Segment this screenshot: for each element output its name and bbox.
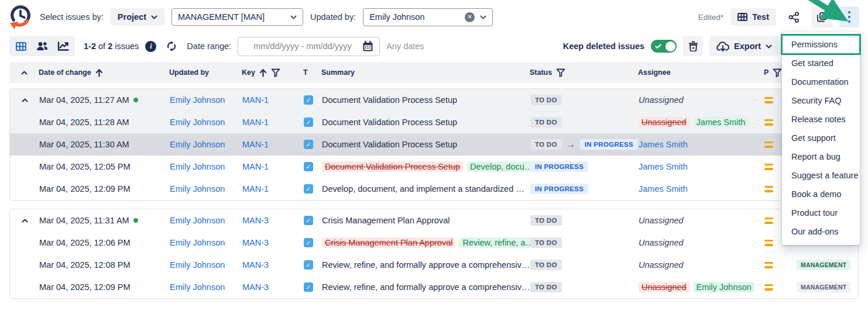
history-row[interactable]: Mar 04, 2025, 11:28 AMEmily JohnsonMAN-1…	[10, 111, 858, 133]
filter-funnel-icon[interactable]	[773, 68, 782, 77]
updated-by-link[interactable]: Emily Johnson	[170, 162, 225, 171]
updated-by-cell: Emily Johnson	[170, 260, 242, 270]
menu-item-security-faq[interactable]: Security FAQ	[782, 91, 860, 110]
date-text: Mar 04, 2025, 12:06 PM	[39, 238, 131, 247]
assignee-old-value: Unassigned	[639, 117, 689, 127]
updated-by-link[interactable]: Emily Johnson	[170, 282, 225, 292]
menu-item-report-a-bug[interactable]: Report a bug	[782, 147, 860, 166]
updated-by-link[interactable]: Emily Johnson	[170, 238, 225, 247]
filter-funnel-icon[interactable]	[556, 68, 565, 77]
updated-by-link[interactable]: Emily Johnson	[170, 118, 225, 127]
assignee-cell: James Smith	[639, 162, 764, 171]
more-actions-kebab-button[interactable]	[839, 6, 859, 27]
history-row[interactable]: Mar 04, 2025, 11:31 AMEmily JohnsonMAN-3…	[10, 209, 858, 232]
project-select[interactable]: MANAGEMENT [MAN]	[171, 8, 303, 26]
column-header-assignee[interactable]: Assignee	[638, 68, 764, 77]
history-row[interactable]: Mar 04, 2025, 12:08 PMEmily JohnsonMAN-3…	[10, 254, 858, 276]
date-of-change-cell: Mar 04, 2025, 11:28 AM	[39, 118, 170, 127]
status-cell: TO DO	[530, 95, 639, 106]
people-view-tab[interactable]	[33, 38, 52, 54]
select-mode-dropdown[interactable]: Project	[111, 8, 164, 26]
history-row[interactable]: Mar 04, 2025, 12:06 PMEmily JohnsonMAN-3…	[10, 232, 858, 254]
menu-item-get-started[interactable]: Get started	[782, 54, 860, 73]
share-button[interactable]	[783, 6, 804, 27]
column-header-date[interactable]: Date of change	[39, 68, 169, 77]
menu-item-permissions[interactable]: Permissions	[782, 35, 860, 54]
refresh-button[interactable]	[163, 36, 180, 57]
column-header-status[interactable]: Status	[530, 68, 638, 77]
info-icon[interactable]: i	[145, 41, 156, 52]
keep-deleted-toggle[interactable]	[651, 40, 677, 53]
updated-by-select[interactable]: Emily Johnson ✕	[363, 8, 493, 26]
issue-type-cell: ✓	[304, 118, 322, 127]
summary-cell: Document Validation Process Setup	[322, 95, 530, 105]
menu-item-book-a-demo[interactable]: Book a demo	[782, 185, 860, 203]
updated-by-link[interactable]: Emily Johnson	[170, 216, 225, 225]
chevron-up-icon	[22, 98, 28, 102]
menu-item-release-notes[interactable]: Release notes	[782, 110, 860, 129]
assignee-link[interactable]: James Smith	[639, 162, 688, 171]
collapse-all-header[interactable]	[9, 71, 39, 75]
column-header-type[interactable]: T	[303, 68, 321, 77]
copy-view-button[interactable]	[811, 6, 832, 27]
issue-type-cell: ✓	[304, 216, 322, 225]
updated-by-link[interactable]: Emily Johnson	[170, 140, 225, 149]
issue-key-link[interactable]: MAN-3	[242, 216, 269, 225]
task-type-icon: ✓	[304, 184, 313, 194]
status-badge: TO DO	[530, 139, 562, 150]
menu-item-suggest-a-feature[interactable]: Suggest a feature	[782, 166, 860, 185]
column-header-key[interactable]: Key	[242, 68, 303, 77]
filter-funnel-icon[interactable]	[271, 68, 280, 77]
export-button[interactable]: Export	[709, 36, 779, 56]
collapse-group-button[interactable]	[10, 219, 39, 223]
menu-item-get-support[interactable]: Get support	[782, 129, 860, 147]
assignee-cell: UnassignedJames Smith	[639, 117, 764, 127]
updated-by-link[interactable]: Emily Johnson	[170, 260, 225, 270]
more-actions-menu: PermissionsGet startedDocumentationSecur…	[782, 32, 860, 245]
issue-key-link[interactable]: MAN-1	[242, 95, 269, 105]
summary-text: Review, refine, and formally approve a c…	[322, 260, 530, 270]
grid-view-icon	[16, 42, 26, 51]
updated-by-cell: Emily Johnson	[170, 118, 242, 127]
chart-view-tab[interactable]	[54, 38, 73, 54]
issue-key-link[interactable]: MAN-1	[242, 118, 269, 127]
table-view-tab[interactable]	[12, 38, 30, 54]
saved-view-button[interactable]: Test	[730, 8, 776, 26]
issue-key-link[interactable]: MAN-3	[242, 282, 269, 292]
assignee-old-value: Unassigned	[639, 282, 689, 292]
select-issues-by-label: Select issues by:	[40, 12, 104, 22]
menu-item-our-add-ons[interactable]: Our add-ons	[782, 222, 860, 241]
delete-button[interactable]	[683, 36, 703, 56]
calendar-icon[interactable]	[362, 41, 373, 52]
task-type-icon: ✓	[304, 140, 313, 149]
status-cell: IN PROGRESS	[530, 184, 639, 195]
collapse-group-button[interactable]	[10, 98, 39, 102]
issue-key-link[interactable]: MAN-1	[242, 184, 269, 194]
column-header-summary[interactable]: Summary	[321, 68, 530, 77]
history-row[interactable]: Mar 04, 2025, 12:09 PMEmily JohnsonMAN-1…	[10, 178, 858, 200]
assignee-link[interactable]: James Smith	[639, 140, 688, 149]
updated-by-link[interactable]: Emily Johnson	[170, 95, 225, 105]
history-row[interactable]: Mar 04, 2025, 12:09 PMEmily JohnsonMAN-3…	[10, 276, 858, 298]
sort-arrow-up-icon[interactable]	[95, 68, 103, 77]
menu-item-product-tour[interactable]: Product tour	[782, 203, 860, 222]
assignee-new-value: James Smith	[694, 117, 749, 127]
menu-item-documentation[interactable]: Documentation	[782, 73, 860, 91]
clear-filter-icon[interactable]: ✕	[465, 12, 475, 22]
issue-key-link[interactable]: MAN-1	[242, 162, 269, 171]
priority-medium-icon	[764, 262, 773, 268]
issue-key-cell: MAN-1	[242, 140, 304, 149]
issue-key-link[interactable]: MAN-3	[242, 238, 269, 247]
history-row[interactable]: Mar 04, 2025, 11:30 AMEmily JohnsonMAN-1…	[10, 133, 858, 156]
column-header-updated-by[interactable]: Updated by	[169, 68, 242, 77]
assignee-link[interactable]: James Smith	[639, 184, 688, 194]
assignee-unassigned: Unassigned	[639, 216, 684, 225]
history-row[interactable]: Mar 04, 2025, 12:05 PMEmily JohnsonMAN-1…	[10, 156, 858, 178]
issue-key-link[interactable]: MAN-3	[242, 260, 269, 270]
summary-new-value: Develop, docu…	[467, 161, 530, 172]
sort-arrow-up-icon[interactable]	[259, 68, 267, 77]
issue-key-link[interactable]: MAN-1	[242, 140, 269, 149]
date-range-input[interactable]: mm/dd/yyyy - mm/dd/yyyy	[238, 37, 380, 56]
history-row[interactable]: Mar 04, 2025, 11:27 AMEmily JohnsonMAN-1…	[10, 89, 858, 111]
updated-by-link[interactable]: Emily Johnson	[170, 184, 225, 194]
